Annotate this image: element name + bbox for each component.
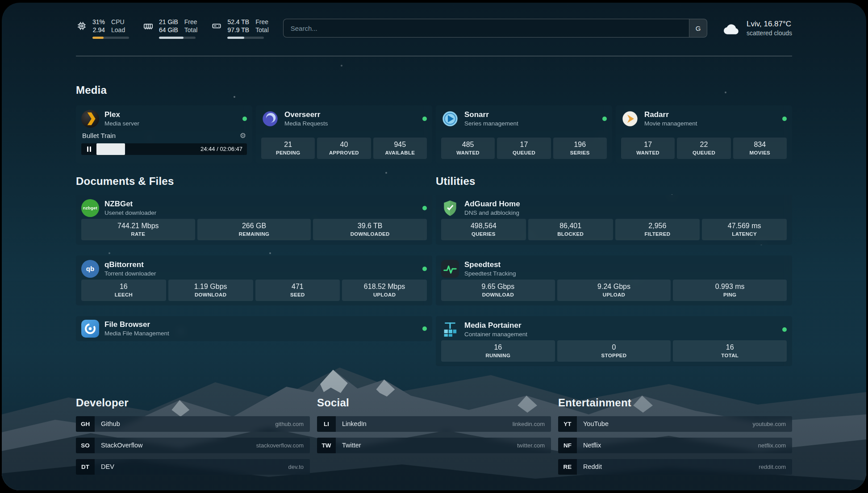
- bookmark-name: Reddit: [583, 463, 602, 470]
- settings-gear-icon[interactable]: ⚙: [240, 131, 246, 140]
- section-utilities: Utilities: [436, 175, 792, 366]
- portainer-icon: [441, 321, 459, 338]
- card-overseerr[interactable]: Overseerr Media Requests 21 PENDING 40 A…: [256, 105, 432, 163]
- stat-box: 485 WANTED: [441, 138, 495, 159]
- top-bar: 31% 2.94 CPU Load: [76, 3, 792, 39]
- stat-box: 0 STOPPED: [557, 340, 671, 362]
- now-playing-title: Bullet Train: [82, 132, 116, 139]
- bookmark-url: reddit.com: [759, 464, 786, 470]
- memory-total-value: 64 GiB: [159, 26, 178, 34]
- cpu-bar: [92, 37, 129, 39]
- bookmark-url: dev.to: [288, 464, 304, 470]
- section-title-social: Social: [317, 397, 551, 409]
- weather-location: Lviv, 16.87°C: [747, 19, 792, 29]
- bookmark-youtube[interactable]: YT YouTube youtube.com: [558, 416, 792, 432]
- memory-icon: [142, 20, 154, 32]
- disk-bar: [227, 37, 264, 39]
- overseerr-icon: [261, 110, 279, 128]
- bookmark-twitter[interactable]: TW Twitter twitter.com: [317, 438, 551, 453]
- stat-box: 945 AVAILABLE: [373, 138, 427, 159]
- playback-progress-fill: [96, 143, 125, 155]
- bookmark-abbr: TW: [317, 438, 336, 453]
- filebrowser-icon: [81, 320, 99, 338]
- status-dot: [422, 267, 427, 271]
- bookmark-dev[interactable]: DT DEV dev.to: [76, 459, 310, 475]
- stat-box: 834 MOVIES: [733, 138, 787, 159]
- stat-box: 47.569 ms LATENCY: [702, 219, 787, 240]
- stat-box: 17 WANTED: [621, 138, 675, 159]
- stat-box: 40 APPROVED: [317, 138, 371, 159]
- card-subtitle: Media File Management: [104, 330, 417, 337]
- search-provider-button[interactable]: G: [689, 19, 707, 37]
- bookmark-url: stackoverflow.com: [256, 442, 304, 449]
- cpu-widget: 31% 2.94 CPU Load: [76, 18, 129, 39]
- search-input[interactable]: [284, 19, 689, 37]
- bookmark-abbr: LI: [317, 416, 336, 432]
- card-qbittorrent[interactable]: qb qBittorrent Torrent downloader 16: [76, 255, 432, 305]
- card-adguard[interactable]: AdGuard Home DNS and adblocking 498,564 …: [436, 195, 792, 245]
- bookmarks-entertainment: Entertainment YT YouTube youtube.com NF …: [558, 397, 792, 475]
- card-radarr[interactable]: Radarr Movie management 17 WANTED 22 QUE…: [616, 105, 792, 163]
- middle-section: Documents & Files nzbget NZBGet Usenet d…: [76, 175, 792, 366]
- card-plex[interactable]: Plex Media server Bullet Train ⚙ 24:44 /…: [76, 105, 252, 163]
- disk-total-label: Total: [255, 26, 269, 34]
- card-subtitle: Usenet downloader: [104, 209, 417, 216]
- card-sonarr[interactable]: Sonarr Series management 485 WANTED 17 Q…: [436, 105, 612, 163]
- section-title-entertainment: Entertainment: [558, 397, 792, 409]
- bookmark-stackoverflow[interactable]: SO StackOverflow stackoverflow.com: [76, 438, 310, 453]
- snow-particles: [2, 3, 3, 4]
- bookmark-name: StackOverflow: [101, 442, 142, 449]
- bookmark-reddit[interactable]: RE Reddit reddit.com: [558, 459, 792, 475]
- section-title-documents: Documents & Files: [76, 175, 432, 188]
- stat-box: 266 GB REMAINING: [197, 219, 311, 240]
- card-title: Plex: [104, 110, 237, 119]
- card-title: NZBGet: [104, 200, 417, 209]
- bookmark-name: Github: [101, 420, 120, 427]
- card-subtitle: Media Requests: [284, 120, 417, 127]
- card-subtitle: Series management: [464, 120, 597, 127]
- stat-box: 2,956 FILTERED: [615, 219, 700, 240]
- bookmark-linkedin[interactable]: LI LinkedIn linkedin.com: [317, 416, 551, 432]
- stat-box: 9.65 Gbps DOWNLOAD: [441, 280, 555, 301]
- stat-box: 498,564 QUERIES: [441, 219, 526, 240]
- card-subtitle: Container management: [464, 331, 777, 338]
- bookmark-url: netflix.com: [758, 442, 786, 449]
- stat-box: 471 SEED: [255, 280, 340, 301]
- memory-free-value: 21 GiB: [159, 18, 178, 26]
- bookmark-abbr: GH: [76, 416, 95, 432]
- status-dot: [422, 117, 427, 121]
- bookmark-github[interactable]: GH Github github.com: [76, 416, 310, 432]
- stat-box: 16 TOTAL: [673, 340, 787, 362]
- card-subtitle: Torrent downloader: [104, 270, 417, 277]
- pause-button[interactable]: [81, 146, 96, 152]
- memory-total-label: Total: [184, 26, 198, 34]
- bookmark-name: Twitter: [342, 442, 361, 449]
- cpu-usage-value: 31%: [92, 18, 105, 26]
- stat-box: 9.24 Gbps UPLOAD: [557, 280, 671, 301]
- stat-box: 21 PENDING: [261, 138, 315, 159]
- bookmarks-section: Developer GH Github github.com SO StackO…: [76, 397, 792, 475]
- stat-box: 17 QUEUED: [497, 138, 551, 159]
- card-nzbget[interactable]: nzbget NZBGet Usenet downloader 744.21 M…: [76, 195, 432, 245]
- stat-box: 16 RUNNING: [441, 340, 555, 362]
- bookmark-abbr: DT: [76, 459, 95, 475]
- bookmark-url: linkedin.com: [513, 421, 545, 427]
- card-filebrowser[interactable]: File Browser Media File Management: [76, 316, 432, 341]
- stat-box: 22 QUEUED: [677, 138, 730, 159]
- card-portainer[interactable]: Media Portainer Container management 16 …: [436, 316, 792, 366]
- bookmark-netflix[interactable]: NF Netflix netflix.com: [558, 438, 792, 453]
- bookmarks-developer: Developer GH Github github.com SO StackO…: [76, 397, 310, 475]
- radarr-icon: [621, 110, 639, 128]
- section-title-media: Media: [76, 84, 792, 96]
- cpu-usage-label: CPU: [111, 18, 125, 26]
- card-speedtest[interactable]: Speedtest Speedtest Tracking 9.65 Gbps D…: [436, 255, 792, 305]
- card-title: Radarr: [644, 110, 777, 119]
- cpu-load-label: Load: [111, 26, 125, 34]
- bookmark-url: github.com: [275, 421, 304, 427]
- card-subtitle: Speedtest Tracking: [464, 270, 787, 277]
- section-title-developer: Developer: [76, 397, 310, 409]
- stat-box: 744.21 Mbps RATE: [81, 219, 195, 240]
- bookmark-name: Netflix: [583, 442, 601, 449]
- disk-free-label: Free: [255, 18, 268, 26]
- disk-total-value: 97.9 TB: [227, 26, 249, 34]
